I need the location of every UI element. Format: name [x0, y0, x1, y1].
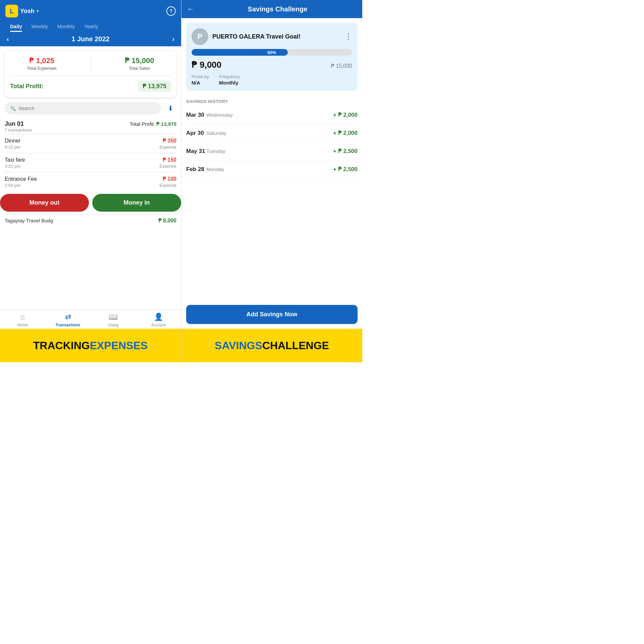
history-amount: + ₱ 2,500 [333, 166, 358, 173]
banner-tracking-text: TRACKING [33, 339, 90, 352]
money-in-button[interactable]: Money in [92, 194, 181, 212]
list-item[interactable]: Apr 30 Saturday + ₱ 2,000 [186, 124, 358, 142]
table-row[interactable]: Dinner 4:22 pm ₱ 350 Expense [5, 134, 176, 153]
tx-time: 4:21 pm [5, 164, 25, 169]
transactions-list: Jun 01 7 transactions Total Profit: ₱ 13… [0, 118, 181, 310]
nav-home[interactable]: ⌂ Home [0, 313, 45, 327]
search-input[interactable] [18, 105, 156, 111]
back-button[interactable]: ← [187, 5, 194, 13]
tx-amount-col: ₱ 100 Expense [159, 176, 176, 188]
more-options-button[interactable]: ⋮ [345, 32, 352, 41]
goal-amounts: ₱ 9,000 ₱ 15,000 [192, 60, 352, 70]
home-icon: ⌂ [20, 313, 25, 321]
banner-savings-text: SAVINGS [215, 339, 262, 352]
tx-details: Dinner 4:22 pm [5, 138, 20, 150]
goal-card: P PUERTO GALERA Travel Goal! ⋮ 60% ₱ 9,0… [186, 23, 358, 91]
banner-right: SAVINGS CHALLENGE [181, 329, 362, 362]
tx-type: Expense [159, 145, 176, 150]
history-day: Monday [206, 166, 333, 172]
table-row[interactable]: Taxi fare 4:21 pm ₱ 150 Expense [5, 153, 176, 172]
frequency-label: Frequency [219, 74, 239, 79]
tx-name: Dinner [5, 138, 20, 144]
history-list: Mar 30 Wednesday + ₱ 2,000 Apr 30 Saturd… [181, 106, 362, 300]
date-group-title: Jun 01 [5, 120, 32, 127]
banner-left: TRACKING EXPENSES [0, 329, 181, 362]
table-row[interactable]: Tagaytay Travel Budg ₱ 8,000 [5, 214, 176, 226]
tx-details: Entrance Fee 2:54 pm [5, 176, 37, 188]
account-icon: 👤 [154, 313, 163, 321]
prev-date-button[interactable]: ‹ [7, 35, 9, 43]
summary-card: ₱ 1,025 Total Expenses ₱ 15,000 Total Sa… [5, 51, 176, 97]
list-item[interactable]: Mar 30 Wednesday + ₱ 2,000 [186, 106, 358, 124]
tab-weekly[interactable]: Weekly [27, 21, 53, 32]
add-savings-container: Add Savings Now [181, 300, 362, 329]
profit-value: ₱ 13,975 [138, 80, 171, 92]
tx-amount: ₱ 350 [159, 138, 176, 144]
profit-row: Total Profit: ₱ 13,975 [10, 80, 171, 92]
goal-target-amount: ₱ 15,000 [331, 63, 352, 69]
finish-by: Finish by N/A [192, 74, 209, 86]
tx-amount-col: ₱ 150 Expense [159, 157, 176, 169]
bottom-banner: TRACKING EXPENSES SAVINGS CHALLENGE [0, 329, 362, 362]
chevron-down-icon[interactable]: ▾ [37, 9, 39, 13]
history-day: Saturday [206, 130, 333, 136]
nav-account[interactable]: 👤 Account [136, 313, 181, 327]
tx-details: Taxi fare 4:21 pm [5, 157, 25, 169]
tx-type: Expense [159, 164, 176, 169]
user-name-row: L Yosh ▾ [5, 5, 39, 17]
table-row[interactable]: Entrance Fee 2:54 pm ₱ 100 Expense [5, 172, 176, 191]
tab-monthly[interactable]: Monthly [53, 21, 80, 32]
list-item[interactable]: Feb 28 Monday + ₱ 2,500 [186, 160, 358, 178]
progress-bar: 60% [192, 49, 352, 56]
current-date: 1 June 2022 [71, 35, 109, 43]
summary-top: ₱ 1,025 Total Expenses ₱ 15,000 Total Sa… [10, 56, 171, 71]
finish-by-val: N/A [192, 80, 209, 86]
app-logo: L [5, 5, 18, 17]
total-expenses: ₱ 1,025 Total Expenses [27, 56, 57, 71]
download-button[interactable]: ⬇ [164, 102, 176, 114]
bottom-buttons: Money out Money in [0, 191, 181, 214]
date-nav: ‹ 1 June 2022 › [0, 32, 181, 46]
tx-name: Taxi fare [5, 157, 25, 163]
tab-yearly[interactable]: Yearly [79, 21, 103, 32]
nav-transactions[interactable]: ⇄ Transactions [45, 313, 91, 327]
goal-meta: Finish by N/A Frequency Monthly [192, 74, 352, 86]
next-date-button[interactable]: › [172, 35, 174, 43]
total-expenses-label: Total Expenses [27, 66, 57, 71]
help-icon[interactable]: ? [166, 6, 176, 16]
total-sales-label: Total Sales [125, 66, 154, 71]
date-group-header: Jun 01 7 transactions Total Profit: ₱ 13… [5, 118, 176, 134]
add-savings-button[interactable]: Add Savings Now [186, 305, 358, 324]
savings-history-label: SAVINGS HISTORY [181, 96, 362, 106]
nav-account-label: Account [151, 323, 166, 327]
tx-amount: ₱ 150 [159, 157, 176, 163]
history-date: Apr 30 [186, 130, 206, 137]
goal-saved-amount: ₱ 9,000 [192, 60, 221, 70]
page-title: Savings Challenge [198, 5, 357, 13]
tab-daily[interactable]: Daily [5, 21, 27, 32]
progress-label: 60% [267, 50, 276, 55]
date-group-profit-val: ₱ 13,975 [156, 121, 176, 127]
nav-utang[interactable]: 📖 Utang [91, 313, 136, 327]
finish-by-label: Finish by [192, 74, 209, 79]
date-group-profit: Total Profit: ₱ 13,975 [130, 121, 176, 127]
utang-icon: 📖 [109, 313, 118, 321]
goal-avatar: P [192, 28, 208, 45]
goal-header: P PUERTO GALERA Travel Goal! ⋮ [192, 28, 352, 45]
tx-amount: ₱ 100 [159, 176, 176, 182]
right-header: ← Savings Challenge [181, 0, 362, 18]
total-sales: ₱ 15,000 Total Sales [125, 56, 154, 71]
profit-label: Total Profit: [10, 83, 44, 90]
bottom-nav: ⌂ Home ⇄ Transactions 📖 Utang 👤 Account [0, 310, 181, 329]
tx-time: 4:22 pm [5, 145, 20, 150]
money-out-button[interactable]: Money out [0, 194, 89, 212]
search-box: 🔍 [5, 102, 161, 114]
goal-title: PUERTO GALERA Travel Goal! [212, 33, 341, 40]
history-amount: + ₱ 2,000 [333, 111, 358, 118]
transactions-icon: ⇄ [65, 313, 71, 321]
history-amount: + ₱ 2,500 [333, 148, 358, 155]
list-item[interactable]: May 31 Tuesday + ₱ 2,500 [186, 142, 358, 160]
history-day: Tuesday [206, 148, 333, 154]
nav-transactions-label: Transactions [55, 323, 80, 327]
right-panel: ← Savings Challenge P PUERTO GALERA Trav… [181, 0, 362, 329]
